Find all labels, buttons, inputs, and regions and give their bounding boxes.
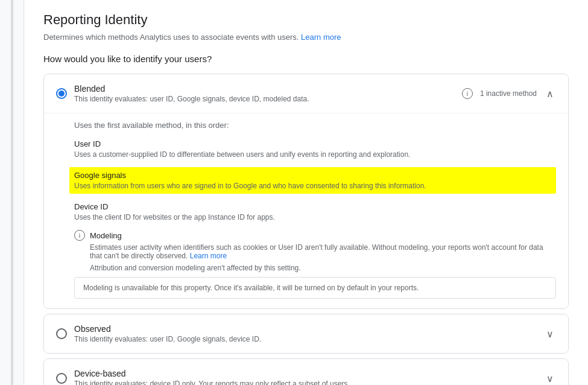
device-based-sublabel: This identity evaluates: device ID only.… <box>74 380 350 385</box>
radio-blended-inner <box>58 91 65 97</box>
learn-more-link[interactable]: Learn more <box>301 33 341 42</box>
blended-header-right: i 1 inactive method ∧ <box>462 88 556 100</box>
radio-blended[interactable] <box>56 88 67 99</box>
modeling-learn-more-link[interactable]: Learn more <box>190 252 227 260</box>
identity-card-device-based: Device-based This identity evaluates: de… <box>43 358 569 385</box>
blended-expanded-content: Uses the first available method, in this… <box>44 113 568 308</box>
blended-labels: Blended This identity evaluates: user ID… <box>74 84 309 103</box>
radio-observed[interactable] <box>56 328 67 339</box>
sidebar-bar <box>11 0 13 385</box>
method-device-id: Device ID Uses the client ID for website… <box>74 202 556 221</box>
blended-sublabel: This identity evaluates: user ID, Google… <box>74 95 309 103</box>
radio-device-based[interactable] <box>56 373 67 384</box>
observed-labels: Observed This identity evaluates: user I… <box>74 324 261 343</box>
device-id-title: Device ID <box>74 202 556 211</box>
google-signals-title: Google signals <box>74 171 551 180</box>
method-user-id: User ID Uses a customer-supplied ID to d… <box>74 139 556 159</box>
modeling-unavailable-box: Modeling is unavailable for this propert… <box>74 277 556 299</box>
observed-sublabel: This identity evaluates: user ID, Google… <box>74 335 261 343</box>
sidebar <box>0 0 24 385</box>
method-google-signals: Google signals Uses information from use… <box>69 167 556 194</box>
user-id-desc: Uses a customer-supplied ID to different… <box>74 150 556 159</box>
modeling-section: i Modeling Estimates user activity when … <box>74 230 556 299</box>
modeling-note: Attribution and conversion modeling aren… <box>74 264 556 272</box>
modeling-unavailable-text: Modeling is unavailable for this propert… <box>83 284 419 292</box>
page-subtitle: Determines which methods Analytics uses … <box>43 33 569 42</box>
identity-card-observed: Observed This identity evaluates: user I… <box>43 314 569 354</box>
identity-card-blended: Blended This identity evaluates: user ID… <box>43 74 569 309</box>
user-id-title: User ID <box>74 139 556 148</box>
blended-inactive-badge: 1 inactive method <box>480 89 537 98</box>
modeling-desc-text: Estimates user activity when identifiers… <box>90 243 543 260</box>
observed-header-right: ∨ <box>544 328 556 340</box>
modeling-desc: Estimates user activity when identifiers… <box>74 243 556 260</box>
modeling-info-icon[interactable]: i <box>74 230 85 241</box>
google-signals-desc: Uses information from users who are sign… <box>74 182 551 190</box>
modeling-header: i Modeling <box>74 230 556 241</box>
identity-card-blended-header[interactable]: Blended This identity evaluates: user ID… <box>44 74 568 113</box>
device-id-desc: Uses the client ID for websites or the a… <box>74 213 556 221</box>
observed-label: Observed <box>74 324 261 334</box>
device-based-label: Device-based <box>74 369 350 378</box>
device-based-labels: Device-based This identity evaluates: de… <box>74 369 350 385</box>
subtitle-text: Determines which methods Analytics uses … <box>43 33 301 42</box>
main-content: Reporting Identity Determines which meth… <box>24 0 588 385</box>
blended-info-icon[interactable]: i <box>462 88 473 99</box>
page-container: Reporting Identity Determines which meth… <box>0 0 588 385</box>
blended-label: Blended <box>74 84 309 94</box>
device-based-chevron-down-icon[interactable]: ∨ <box>544 372 556 384</box>
modeling-title: Modeling <box>90 231 122 240</box>
section-question: How would you like to identify your user… <box>43 54 569 64</box>
page-title: Reporting Identity <box>43 12 569 28</box>
identity-card-observed-header[interactable]: Observed This identity evaluates: user I… <box>44 314 568 353</box>
blended-chevron-up-icon[interactable]: ∧ <box>544 88 556 100</box>
blended-expanded-intro: Uses the first available method, in this… <box>74 113 556 139</box>
device-based-header-right: ∨ <box>544 372 556 384</box>
identity-card-device-based-header[interactable]: Device-based This identity evaluates: de… <box>44 359 568 385</box>
observed-chevron-down-icon[interactable]: ∨ <box>544 328 556 340</box>
